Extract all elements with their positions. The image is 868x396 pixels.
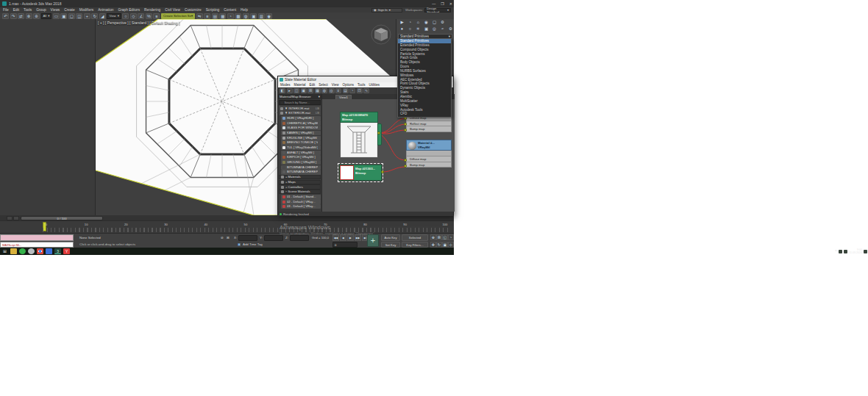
set-keys-button[interactable]: + xyxy=(367,234,379,247)
current-frame-field[interactable]: 0 xyxy=(332,242,357,248)
time-slider[interactable]: 0 / 100 xyxy=(21,216,103,220)
spinner-snap-icon[interactable]: ≡ xyxy=(153,13,160,19)
y-coord-field[interactable] xyxy=(264,235,283,241)
browser-list-item[interactable]: GLASS FOR WINDOWS... xyxy=(281,126,321,130)
mail-app-icon[interactable] xyxy=(46,248,52,254)
select-by-material-icon[interactable]: ◎ xyxy=(329,88,335,93)
selection-set-field[interactable]: Create Selection Se ▾ xyxy=(161,13,195,19)
viewport-label[interactable]: [ + ] [ Perspective ] [ Standard ] [ Def… xyxy=(98,21,179,25)
notifications-icon[interactable] xyxy=(864,250,867,253)
browser-list-item[interactable]: BREVNO TONKOE [ V... xyxy=(281,140,321,145)
set-key-button[interactable]: Set Key xyxy=(381,242,400,248)
options-icon[interactable]: ≡ xyxy=(335,88,341,93)
menu-item[interactable]: Modifiers xyxy=(79,8,93,12)
menu-item[interactable]: Animation xyxy=(98,8,113,12)
unlink-selection-icon[interactable]: ⊗ xyxy=(26,13,32,19)
browser-list-item[interactable]: + Controllers xyxy=(279,184,321,189)
key-filters-button[interactable]: Key Filters... xyxy=(402,242,428,248)
tray-expand-icon[interactable]: ⌃ xyxy=(834,250,837,253)
isolate-toggle-icon[interactable]: ⊘ xyxy=(221,236,224,240)
close-button[interactable]: ✕ xyxy=(449,0,452,7)
slate-menu-item[interactable]: Tools xyxy=(357,83,366,87)
show-end-result-icon[interactable]: ▦ xyxy=(315,88,321,93)
slate-menu-item[interactable]: Material xyxy=(294,83,306,87)
volume-icon[interactable] xyxy=(844,250,847,253)
output-socket[interactable] xyxy=(377,132,380,134)
pan-view-icon[interactable]: ⊡ xyxy=(357,88,363,93)
slate-menu-item[interactable]: Utilities xyxy=(369,83,380,87)
rendered-frame-icon[interactable]: ▥ xyxy=(258,13,265,19)
motion-tab-icon[interactable]: ◉ xyxy=(423,20,430,26)
playback-button[interactable]: ▶▶ xyxy=(355,234,361,241)
redo-icon[interactable]: ↷ xyxy=(10,13,17,19)
zoom-extents-icon[interactable]: ◱ xyxy=(442,234,448,240)
browser-list-item[interactable]: BITUMNAYA CHEREPIC... xyxy=(281,165,321,170)
input-socket[interactable] xyxy=(404,129,407,132)
show-maps-icon[interactable]: ◧ xyxy=(280,88,285,93)
browser-list-item[interactable]: ASFALT [ VRayMtl ] xyxy=(281,151,321,155)
browser-list-item[interactable]: TUL [ VRay2SidedMtl ] xyxy=(281,145,321,150)
select-and-link-icon[interactable]: ⇄ xyxy=(18,13,24,19)
menu-item[interactable]: Graph Editors xyxy=(118,8,140,12)
bind-to-space-warp-icon[interactable]: ⊚ xyxy=(33,13,40,19)
input-socket[interactable] xyxy=(404,159,407,162)
menu-item[interactable]: Civil View xyxy=(165,8,180,12)
viewcube[interactable] xyxy=(370,24,392,46)
modify-tab-icon[interactable]: ◔ xyxy=(407,20,413,26)
orbit-icon[interactable]: ↻ xyxy=(436,242,442,248)
playback-button[interactable]: ◀ xyxy=(340,234,346,241)
material-slot[interactable]: Diffuse map xyxy=(406,156,452,162)
menu-item[interactable]: Help xyxy=(241,8,248,12)
browser-search-input[interactable]: ◌ Search by Name... xyxy=(279,100,321,105)
material-editor-icon[interactable]: ◍ xyxy=(243,13,249,19)
slate-menu-item[interactable]: View xyxy=(332,83,339,87)
use-pivot-center-icon[interactable]: ○ xyxy=(122,13,129,19)
browser-list-item[interactable]: 01 - Default [ Stand... xyxy=(281,195,321,199)
slate-menu-item[interactable]: Modes xyxy=(280,83,291,87)
workspace-select[interactable]: Design Standard ▾ xyxy=(424,8,451,12)
curve-editor-icon[interactable]: ◔ xyxy=(227,13,234,19)
browser-list-item[interactable]: CHEREPICA [ VRayMtl ] xyxy=(281,120,321,125)
chrome-icon[interactable] xyxy=(37,248,43,254)
systems-category-icon[interactable]: ⚙ xyxy=(447,26,454,32)
layout-icon[interactable]: ∿ xyxy=(363,88,369,93)
select-by-name-icon[interactable]: ▣ xyxy=(60,13,67,19)
selection-filter-select[interactable]: All▾ xyxy=(41,13,52,19)
track-bar[interactable]: 0102030405060708090100 xyxy=(0,220,454,233)
walk-through-icon[interactable]: ⊹ xyxy=(448,242,454,248)
zoom-all-icon[interactable]: ⊞ xyxy=(436,234,442,240)
bitmap-node-2[interactable]: Map #21303... Bitmap xyxy=(339,165,382,181)
material-slot[interactable]: Bump map xyxy=(406,162,452,168)
put-to-library-icon[interactable]: ◫ xyxy=(294,88,299,93)
zoom-extents-icon[interactable]: ◔ xyxy=(349,88,355,93)
pick-material-icon[interactable]: ▸ xyxy=(287,88,293,93)
menu-item[interactable]: Edit xyxy=(13,8,19,12)
browser-list-item[interactable]: KRUGLINE [ VRayMtl ] xyxy=(281,136,321,140)
sign-in-button[interactable]: ◉ Sign In ▾ xyxy=(371,8,402,12)
menu-item[interactable]: Group xyxy=(36,8,46,12)
window-crossing-icon[interactable]: ◫ xyxy=(76,13,82,19)
select-and-scale-icon[interactable]: ◢ xyxy=(99,13,106,19)
angle-snap-icon[interactable]: ∠ xyxy=(138,13,144,19)
browser-list-item[interactable]: 02 - Default [ VRay... xyxy=(281,199,321,204)
browser-list-item[interactable]: − Scene Materials xyxy=(279,190,321,194)
layer-manager-icon[interactable]: ▤ xyxy=(212,13,218,19)
bitmap-node-1[interactable]: Map #2130389470 Bitmap xyxy=(340,112,378,158)
scene-explorer-panel[interactable] xyxy=(0,19,96,215)
browser-list-item[interactable]: ▼ EXTERIOR.mat LIB xyxy=(279,111,321,115)
browser-list-item[interactable]: HDRI [ VRayHDRI ] xyxy=(281,116,321,120)
3dsmax-taskbar-icon[interactable]: 3 xyxy=(54,248,61,254)
menu-item[interactable]: Create xyxy=(64,8,74,12)
rectangular-selection-icon[interactable]: ▢ xyxy=(68,13,75,19)
x-coord-field[interactable] xyxy=(238,235,257,241)
maxscript-mini-listener[interactable]: MAXScript Mi... xyxy=(0,242,74,248)
playback-button[interactable]: ◀◀ xyxy=(332,234,339,241)
dropdown-option[interactable]: CFD xyxy=(398,112,451,116)
menu-item[interactable]: Scripting xyxy=(206,8,220,12)
file-explorer-icon[interactable] xyxy=(10,248,17,254)
menu-item[interactable]: Rendering xyxy=(144,8,160,12)
next-key-button[interactable] xyxy=(13,216,19,220)
material-slot[interactable]: Reflect map xyxy=(406,121,452,127)
sample-type-icon[interactable]: ◍ xyxy=(321,88,327,93)
menu-item[interactable]: Customize xyxy=(185,8,202,12)
